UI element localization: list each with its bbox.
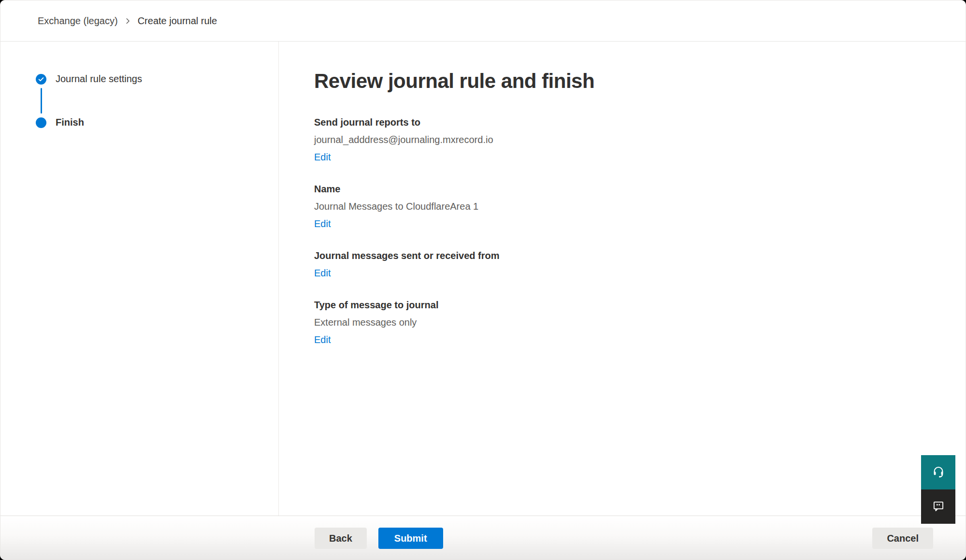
wizard-steps-sidebar: Journal rule settings Finish <box>0 42 279 516</box>
breadcrumb-chevron-icon <box>125 18 131 24</box>
review-pane: Review journal rule and finish Send jour… <box>279 42 966 516</box>
section-value: Journal Messages to CloudflareArea 1 <box>314 200 966 213</box>
page-title: Review journal rule and finish <box>314 69 966 94</box>
step-current-dot-icon <box>36 117 46 128</box>
section-label: Type of message to journal <box>314 298 966 312</box>
edit-sent-or-received-link[interactable]: Edit <box>314 266 331 280</box>
cancel-button[interactable]: Cancel <box>872 528 933 549</box>
submit-button[interactable]: Submit <box>378 528 443 549</box>
section-value: External messages only <box>314 316 966 329</box>
help-button[interactable] <box>921 455 955 489</box>
back-button[interactable]: Back <box>315 528 367 549</box>
breadcrumb-current-page: Create journal rule <box>138 15 217 27</box>
edit-message-type-link[interactable]: Edit <box>314 333 331 346</box>
review-section-sent-or-received: Journal messages sent or received from E… <box>314 249 966 280</box>
breadcrumb: Exchange (legacy) Create journal rule <box>0 0 966 42</box>
section-label: Name <box>314 182 966 196</box>
section-value: journal_adddress@journaling.mxrecord.io <box>314 133 966 146</box>
wizard-step-journal-rule-settings[interactable]: Journal rule settings <box>36 73 278 85</box>
chat-icon <box>932 499 945 514</box>
wizard-step-finish[interactable]: Finish <box>36 117 278 128</box>
wizard-footer: Back Submit Cancel <box>0 516 966 560</box>
step-label: Finish <box>56 117 84 128</box>
app-window: Exchange (legacy) Create journal rule Jo… <box>0 0 966 560</box>
review-section-send-reports-to: Send journal reports to journal_adddress… <box>314 115 966 164</box>
section-label: Send journal reports to <box>314 115 966 129</box>
section-label: Journal messages sent or received from <box>314 249 966 262</box>
edit-send-reports-link[interactable]: Edit <box>314 150 331 164</box>
step-label: Journal rule settings <box>56 73 142 85</box>
breadcrumb-exchange-legacy[interactable]: Exchange (legacy) <box>38 15 118 27</box>
headset-icon <box>932 465 945 480</box>
step-completed-check-icon <box>36 74 46 85</box>
floating-action-stack <box>921 455 955 524</box>
feedback-button[interactable] <box>921 489 955 524</box>
review-section-name: Name Journal Messages to CloudflareArea … <box>314 182 966 230</box>
edit-name-link[interactable]: Edit <box>314 217 331 230</box>
step-connector-line <box>41 88 42 114</box>
review-section-message-type: Type of message to journal External mess… <box>314 298 966 346</box>
